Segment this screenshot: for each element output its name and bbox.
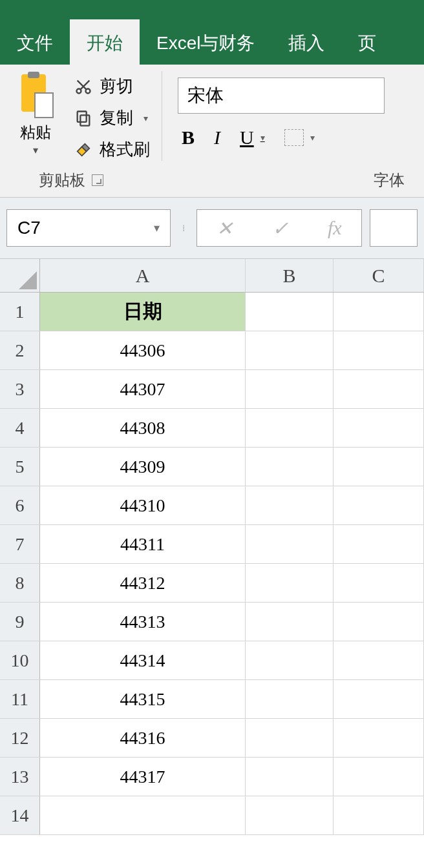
cell[interactable]: [246, 564, 334, 602]
cell[interactable]: [334, 409, 424, 447]
row-header[interactable]: 9: [0, 603, 40, 641]
table-row: 7 44311: [0, 525, 424, 564]
font-name-value: 宋体: [187, 83, 224, 108]
cell[interactable]: [246, 409, 334, 447]
copy-label: 复制: [100, 107, 133, 129]
table-row: 9 44313: [0, 603, 424, 641]
tab-page-layout[interactable]: 页: [341, 19, 393, 65]
font-name-select[interactable]: 宋体: [178, 78, 385, 114]
cell[interactable]: [246, 758, 334, 796]
cell-b1[interactable]: [246, 293, 334, 331]
row-header[interactable]: 4: [0, 409, 40, 447]
row-header[interactable]: 6: [0, 486, 40, 524]
svg-rect-2: [80, 115, 89, 125]
cell[interactable]: [246, 719, 334, 757]
cell[interactable]: [334, 564, 424, 602]
tab-excel-finance[interactable]: Excel与财务: [140, 19, 271, 65]
cell[interactable]: 44306: [40, 331, 246, 369]
copy-dropdown[interactable]: ▾: [143, 113, 148, 123]
row-header[interactable]: 3: [0, 370, 40, 408]
cell[interactable]: 44317: [40, 758, 246, 796]
col-header-a[interactable]: A: [40, 259, 246, 292]
titlebar-fragment: [0, 0, 424, 19]
underline-dropdown[interactable]: ▾: [260, 132, 265, 143]
cell[interactable]: [334, 525, 424, 563]
col-header-c[interactable]: C: [334, 259, 424, 292]
enter-icon[interactable]: ✓: [272, 217, 288, 240]
cell[interactable]: 44313: [40, 603, 246, 641]
cell[interactable]: 44309: [40, 448, 246, 486]
cut-button[interactable]: 剪切: [74, 75, 150, 98]
table-row: 12 44316: [0, 719, 424, 758]
paste-dropdown[interactable]: ▾: [33, 144, 38, 156]
name-box-dropdown[interactable]: ▾: [154, 221, 160, 235]
cell[interactable]: [334, 448, 424, 486]
border-button[interactable]: ▾: [284, 129, 315, 146]
paste-icon: [17, 74, 54, 118]
cell[interactable]: 44314: [40, 641, 246, 679]
tab-home[interactable]: 开始: [70, 19, 140, 65]
bold-button[interactable]: B: [182, 127, 195, 149]
italic-button[interactable]: I: [214, 127, 220, 149]
scissors-icon: [74, 77, 93, 96]
row-header[interactable]: 8: [0, 564, 40, 602]
cell[interactable]: [246, 486, 334, 524]
cell[interactable]: [246, 331, 334, 369]
col-header-b[interactable]: B: [246, 259, 334, 292]
format-painter-button[interactable]: 格式刷: [74, 138, 150, 161]
clipboard-dialog-launcher[interactable]: [92, 174, 103, 186]
row-header[interactable]: 2: [0, 331, 40, 369]
copy-button[interactable]: 复制 ▾: [74, 107, 150, 129]
cell[interactable]: 44310: [40, 486, 246, 524]
cancel-icon[interactable]: ✕: [217, 217, 233, 240]
cell[interactable]: 44308: [40, 409, 246, 447]
row-header[interactable]: 10: [0, 641, 40, 679]
paste-button[interactable]: 粘贴 ▾: [6, 71, 65, 161]
formula-input[interactable]: [370, 209, 418, 247]
cell[interactable]: [334, 486, 424, 524]
select-all-corner[interactable]: [0, 259, 40, 292]
cell[interactable]: [334, 331, 424, 369]
cell[interactable]: [246, 680, 334, 718]
name-box[interactable]: C7 ▾: [6, 209, 171, 247]
cell[interactable]: 44307: [40, 370, 246, 408]
cell[interactable]: 44311: [40, 525, 246, 563]
cell[interactable]: [246, 641, 334, 679]
border-dropdown[interactable]: ▾: [310, 132, 315, 143]
cut-label: 剪切: [100, 75, 133, 98]
cell[interactable]: [334, 719, 424, 757]
fx-icon[interactable]: fx: [328, 217, 342, 239]
cell[interactable]: [334, 758, 424, 796]
cell[interactable]: [246, 525, 334, 563]
cell[interactable]: [334, 641, 424, 679]
tab-insert[interactable]: 插入: [271, 19, 341, 65]
cell[interactable]: [334, 603, 424, 641]
tab-file[interactable]: 文件: [0, 19, 70, 65]
group-clipboard: 粘贴 ▾ 剪切 复制 ▾: [0, 71, 162, 161]
cell[interactable]: [40, 796, 246, 834]
row-header[interactable]: 11: [0, 680, 40, 718]
expand-icon[interactable]: ⁞: [176, 225, 191, 231]
row-header[interactable]: 13: [0, 758, 40, 796]
cell-c1[interactable]: [334, 293, 424, 331]
cell[interactable]: [246, 370, 334, 408]
cell[interactable]: [334, 370, 424, 408]
cell-a1[interactable]: 日期: [40, 293, 246, 331]
row-header[interactable]: 14: [0, 796, 40, 834]
formula-controls: ✕ ✓ fx: [196, 209, 362, 247]
table-row: 8 44312: [0, 564, 424, 603]
cell[interactable]: [246, 448, 334, 486]
underline-button[interactable]: U▾: [240, 127, 265, 149]
row-header[interactable]: 7: [0, 525, 40, 563]
row-header[interactable]: 1: [0, 293, 40, 331]
row-header[interactable]: 5: [0, 448, 40, 486]
cell[interactable]: [334, 796, 424, 834]
cell[interactable]: 44312: [40, 564, 246, 602]
spreadsheet-grid: A B C 1 日期 2 44306 3 44307 4 44308 5 443…: [0, 259, 424, 835]
cell[interactable]: 44316: [40, 719, 246, 757]
cell[interactable]: [246, 603, 334, 641]
row-header[interactable]: 12: [0, 719, 40, 757]
cell[interactable]: [334, 680, 424, 718]
cell[interactable]: 44315: [40, 680, 246, 718]
cell[interactable]: [246, 796, 334, 834]
